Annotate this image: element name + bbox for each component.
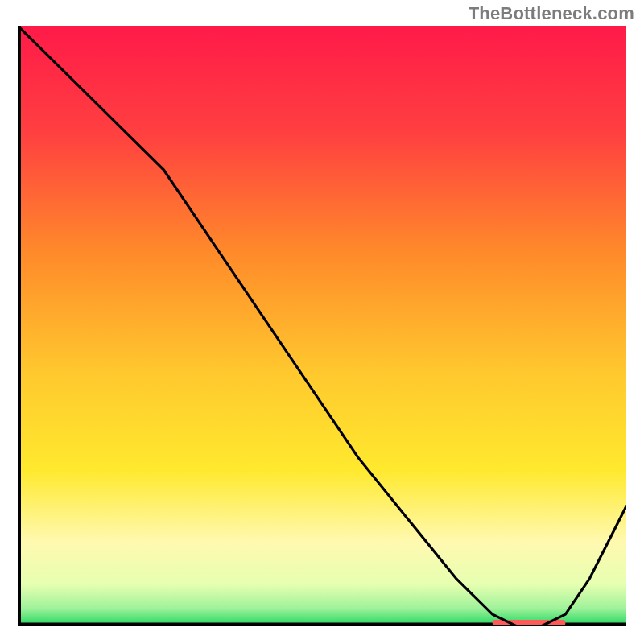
chart-svg [18, 26, 626, 626]
chart-area [18, 26, 626, 626]
attribution-text: TheBottleneck.com [469, 3, 634, 24]
